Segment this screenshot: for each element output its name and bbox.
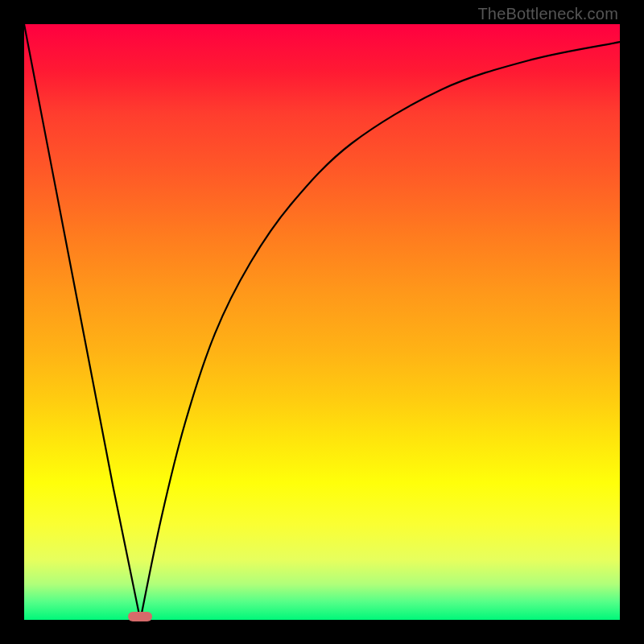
watermark-text: TheBottleneck.com [477, 5, 618, 23]
chart-frame: TheBottleneck.com [0, 0, 644, 644]
curve-left [24, 24, 140, 620]
curve-svg [24, 24, 620, 620]
minimum-marker [128, 612, 152, 621]
plot-area [24, 24, 620, 620]
curve-right [140, 42, 620, 620]
